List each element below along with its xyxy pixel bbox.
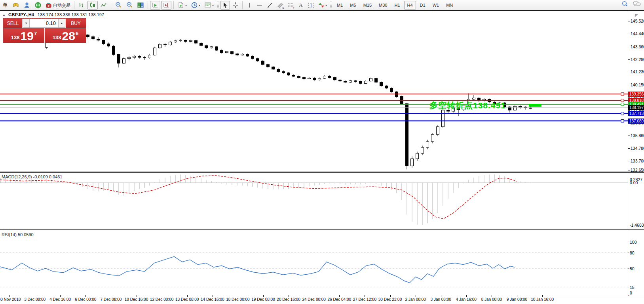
bid-big-digits: 19 [21, 30, 34, 42]
chart-shift-marker[interactable]: ◤ [635, 13, 638, 18]
hline-handle[interactable] [621, 112, 624, 115]
price-axis-label: 143.360 [631, 44, 644, 49]
ask-sup-digit: 6 [76, 31, 78, 36]
hline-handle[interactable] [621, 103, 624, 106]
chart-title: ▲ GBPJPY-,H4 138.174 138.336 138.131 138… [2, 12, 104, 17]
price-axis-label: 133.700 [631, 159, 644, 163]
rsi-line [0, 256, 515, 283]
ohlc-values: 138.174 138.336 138.131 138.197 [38, 12, 104, 17]
price-axis-label: 141.230 [631, 69, 644, 74]
price-tag-137.089: 137.089 [628, 119, 644, 124]
bid-prefix: 138 [11, 34, 20, 40]
symbol-period: GBPJPY-,H4 [8, 12, 34, 17]
panel-collapse-toggle[interactable]: ▲ [2, 13, 6, 17]
volume-decrease-button[interactable]: ▼ [23, 19, 30, 28]
macd-histogram [0, 174, 530, 225]
bid-sup-digit: 7 [34, 31, 37, 36]
price-axis-border [628, 10, 628, 295]
macd-label: MACD(12,26,9) -0.0109 0.0461 [2, 174, 62, 179]
green-line-segment[interactable] [529, 104, 541, 107]
price-axis-label: 135.860 [631, 133, 644, 138]
price-axis-label: 145.520 [631, 19, 644, 23]
price-axis-label: 142.280 [631, 57, 644, 62]
price-tag-138.197: 138.197 [628, 105, 644, 110]
rsi-label: RSI(14) 50.0590 [2, 232, 34, 237]
ask-big-digits: 28 [62, 30, 75, 42]
bid-price[interactable]: 138 19 7 [4, 28, 45, 43]
volume-input[interactable] [30, 19, 58, 28]
chart-annotation-text[interactable]: 多空转折点138.491 [429, 100, 506, 111]
time-axis-border [0, 295, 644, 295]
volume-increase-button[interactable]: ▲ [58, 19, 65, 28]
one-click-trading-panel: SELL ▼ ▲ BUY 138 19 7 138 28 6 [3, 18, 86, 43]
price-tag-137.713: 137.713 [628, 111, 644, 116]
hline-handle[interactable] [621, 120, 624, 122]
price-axis-label: 144.440 [631, 31, 644, 36]
hline-handle[interactable] [621, 99, 624, 102]
ask-prefix: 138 [53, 34, 61, 40]
pane-separator[interactable] [0, 172, 644, 173]
chart-graphics[interactable] [0, 0, 644, 304]
hline-handle[interactable] [621, 93, 624, 96]
price-axis-label: 140.150 [631, 82, 644, 87]
buy-button[interactable]: BUY [65, 19, 86, 28]
mt4-window: 单 自动交易 [0, 0, 644, 304]
price-tag-139.356: 139.356 [628, 92, 644, 97]
ask-price[interactable]: 138 28 6 [45, 28, 86, 43]
pane-separator[interactable] [0, 229, 644, 230]
sell-button[interactable]: SELL [4, 19, 23, 28]
macd-signal-line [0, 176, 517, 219]
price-axis-label: 134.780 [631, 146, 644, 151]
